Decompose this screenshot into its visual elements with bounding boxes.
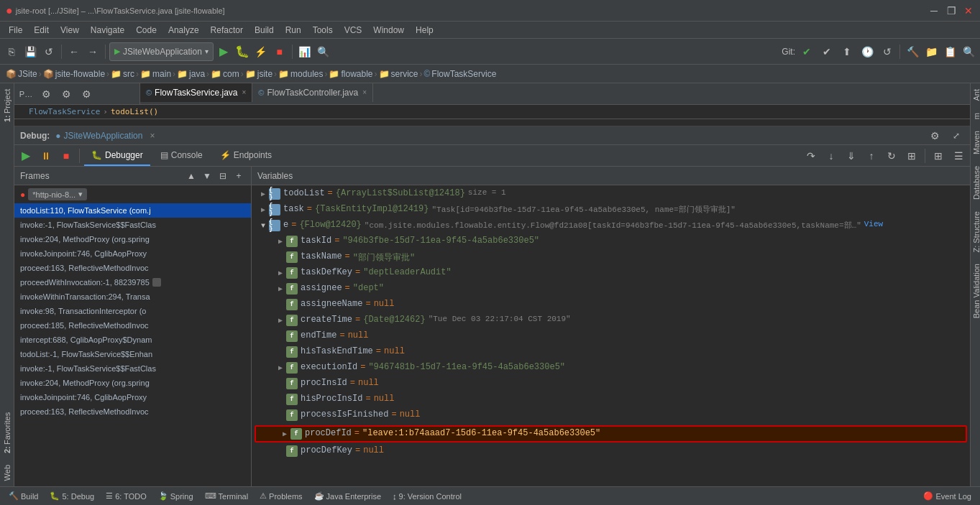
frame-invoke-1[interactable]: invoke:-1, FlowTaskService$$FastClas [14,218,251,232]
vtab-web[interactable]: Web [1,459,13,486]
frame-todolist[interactable]: todoList:110, FlowTaskService (com.j [14,203,251,218]
var-expand-taskname[interactable] [275,251,286,263]
menu-view[interactable]: View [55,24,85,37]
debug-resume-btn[interactable]: ▶ [17,147,35,165]
step-over-btn[interactable]: ↷ [802,147,820,165]
frame-invoke-1b[interactable]: invoke:-1, FlowTaskService$$FastClas [14,361,251,376]
git-history-btn[interactable]: 🕐 [858,43,876,60]
breadcrumb-service[interactable]: service [391,69,418,79]
var-row-e[interactable]: ▼ { } e = {Flow@12420} "com.jsite.module… [252,218,970,234]
git-commit-btn[interactable]: ✔ [818,43,835,60]
tab-flowtaskservice[interactable]: © FlowTaskService.java × [140,83,252,102]
panel-refresh-btn[interactable]: ⚙ [58,85,75,103]
debug-settings-2[interactable]: ☰ [950,147,967,165]
frame-intercept-688[interactable]: intercept:688, CglibAopProxy$Dynam [14,333,251,347]
status-debug[interactable]: 🐛 5: Debug [47,490,97,502]
var-expand-taskdefkey[interactable]: ▶ [275,267,286,279]
breadcrumb-com[interactable]: com [223,69,239,79]
var-row-createtime[interactable]: ▶ f createTime = {Date@12462} "Tue Dec 0… [252,313,970,329]
frame-invokejoinpoint[interactable]: invokeJoinpoint:746, CglibAopProxy [14,246,251,261]
panel-settings-btn[interactable]: ⚙ [37,85,55,103]
frame-proceed-163[interactable]: proceed:163, ReflectiveMethodInvoc [14,261,251,275]
frame-todolist-1[interactable]: todoList:-1, FlowTaskService$$Enhan [14,347,251,361]
debug-close[interactable]: × [150,131,155,141]
menu-help[interactable]: Help [410,24,439,37]
breadcrumb-modules[interactable]: modules [290,69,323,79]
step-into-btn[interactable]: ↓ [823,147,840,165]
var-row-processisfinished[interactable]: f processIsFinished = null [252,408,970,424]
run-btn[interactable]: ▶ [215,43,232,60]
frames-filter-btn[interactable]: ⊟ [216,170,229,182]
var-row-executionid[interactable]: ▶ f executionId = "9467481b-15d7-11ea-9f… [252,361,970,376]
menu-tools[interactable]: Tools [307,24,339,37]
breadcrumb-src[interactable]: src [123,69,134,79]
breadcrumb-jsite-flowable[interactable]: jsite-flowable [55,69,105,79]
frames-add-btn[interactable]: + [232,170,245,182]
frames-up-btn[interactable]: ▲ [185,170,198,182]
run-to-cursor-btn[interactable]: ↻ [883,147,900,165]
var-expand-assignee[interactable]: ▶ [275,283,286,295]
var-row-taskname[interactable]: f taskName = "部门领导审批" [252,250,970,266]
frame-proceedwith[interactable]: proceedWithInvocation:-1, 88239785 [14,275,251,289]
toolbar-build-hammer[interactable]: 🔨 [904,43,921,60]
var-row-procdefkey[interactable]: f procDefKey = null [252,444,970,460]
var-row-histaskendtime[interactable]: f hisTaskEndTime = null [252,345,970,361]
toolbar-search-btn[interactable]: 🔍 [315,43,332,60]
tab-close-1[interactable]: × [242,88,246,96]
menu-code[interactable]: Code [130,24,162,37]
var-row-endtime[interactable]: f endTime = null [252,329,970,345]
var-row-todolist[interactable]: ▶ { } todoList = {ArrayList$SubList@1241… [252,187,970,203]
status-problems[interactable]: ⚠ Problems [257,490,305,502]
right-panel-m[interactable]: m [971,107,980,125]
git-push-btn[interactable]: ⬆ [838,43,856,60]
toolbar-back-btn[interactable]: ← [65,43,83,60]
breadcrumb-jsite[interactable]: JSite [18,69,37,79]
menu-build[interactable]: Build [249,24,280,37]
toolbar-profiler-btn[interactable]: 📊 [296,43,313,60]
toolbar-sync-btn[interactable]: ↺ [40,43,58,60]
debug-settings-btn[interactable]: ⚙ [927,128,943,144]
stop-btn[interactable]: ■ [271,43,288,60]
var-expand-e[interactable]: ▼ [257,220,269,231]
status-terminal[interactable]: ⌨ Terminal [202,490,252,502]
thread-name[interactable]: *http-nio-8... ▾ [28,188,87,200]
right-panel-structure[interactable]: Z: Structure [971,205,980,258]
frame-invokejoinpoint-b[interactable]: invokeJoinpoint:746, CglibAopProxy [14,390,251,404]
run-config-selector[interactable]: ▶ JSiteWebApplication ▾ [109,42,214,61]
menu-file[interactable]: File [3,24,28,37]
debug-pause-btn[interactable]: ⏸ [37,147,55,165]
var-row-procinsid[interactable]: f procInsId = null [252,376,970,392]
breadcrumb-jsite2[interactable]: jsite [257,69,273,79]
var-expand-task[interactable]: ▶ [257,204,269,216]
menu-window[interactable]: Window [367,24,410,37]
menu-run[interactable]: Run [280,24,307,37]
debug-tab-endpoints[interactable]: ⚡ Endpoints [213,146,279,166]
evaluate-btn[interactable]: ⊞ [903,147,920,165]
var-view-e[interactable]: View [864,220,883,228]
status-build[interactable]: 🔨 Build [6,490,41,502]
frame-invoke-204b[interactable]: invoke:204, MethodProxy (org.spring [14,376,251,390]
toolbar-magnify-btn[interactable]: 🔍 [960,43,977,60]
frame-proceed-185[interactable]: proceed:185, ReflectiveMethodInvoc [14,318,251,333]
var-expand-procdefid[interactable]: ▶ [279,428,290,440]
debug-expand-btn[interactable]: ⤢ [948,128,964,144]
var-row-hisprocinsid[interactable]: f hisProcInsId = null [252,392,970,408]
var-expand-endtime[interactable] [275,330,286,342]
git-update-btn[interactable]: ✔ [798,43,815,60]
status-version-control[interactable]: ↨ 9: Version Control [390,491,464,502]
restore-layout-btn[interactable]: ⊞ [930,147,947,165]
step-out-btn[interactable]: ↑ [863,147,880,165]
git-revert-btn[interactable]: ↺ [879,43,896,60]
var-expand-assigneename[interactable] [275,299,286,310]
menu-vcs[interactable]: VCS [339,24,368,37]
panel-gear-btn[interactable]: ⚙ [78,85,95,103]
menu-navigate[interactable]: Navigate [85,24,130,37]
close-button[interactable]: ✕ [963,5,974,17]
frame-invoke-204[interactable]: invoke:204, MethodProxy (org.spring [14,232,251,246]
right-panel-maven[interactable]: Maven [971,125,980,160]
tab-flowtaskcontroller[interactable]: © FlowTaskController.java × [252,83,373,102]
var-expand-executionid[interactable]: ▶ [275,362,286,374]
var-row-assigneename[interactable]: f assigneeName = null [252,297,970,313]
debug-tab-console[interactable]: ▤ Console [153,146,210,166]
breadcrumb-flowable[interactable]: flowable [341,69,372,79]
